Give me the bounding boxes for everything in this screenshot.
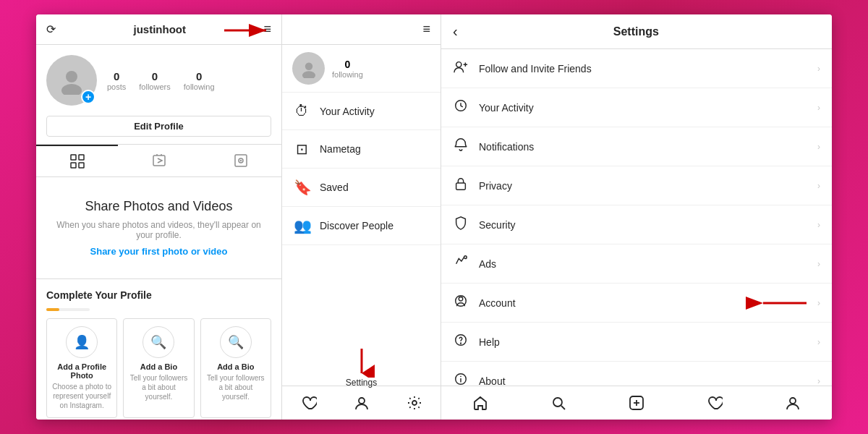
svg-point-25 bbox=[412, 401, 417, 405]
chevron-icon-2: › bbox=[817, 103, 820, 113]
complete-cards: 👤 Add a Profile Photo Choose a photo to … bbox=[46, 318, 271, 418]
menu-items-list: ⏱ Your Activity ⊡ Nametag 🔖 Saved 👥 Disc… bbox=[282, 93, 441, 386]
profile-username: justinhoot bbox=[56, 23, 263, 35]
profile-tabs bbox=[36, 144, 281, 177]
menu-hamburger-icon[interactable]: ≡ bbox=[422, 22, 430, 37]
settings-nav-heart[interactable] bbox=[676, 392, 754, 414]
add-bio-card-1[interactable]: 🔍 Add a Bio Tell your followers a bit ab… bbox=[123, 318, 194, 418]
svg-point-46 bbox=[790, 398, 796, 404]
help-icon bbox=[453, 333, 469, 351]
followers-stat: 0 followers bbox=[139, 70, 170, 91]
history-icon[interactable]: ⟳ bbox=[46, 22, 56, 36]
profile-photo-icon: 👤 bbox=[66, 326, 98, 358]
menu-avatar-icon bbox=[299, 59, 318, 78]
tab-igtv[interactable] bbox=[118, 145, 200, 176]
svg-rect-7 bbox=[79, 163, 84, 168]
chevron-icon-4: › bbox=[817, 181, 820, 191]
share-first-photo-link[interactable]: Share your first photo or video bbox=[90, 246, 228, 257]
svg-point-37 bbox=[461, 343, 461, 344]
add-profile-photo-card[interactable]: 👤 Add a Profile Photo Choose a photo to … bbox=[46, 318, 117, 418]
menu-following-stat: 0 following bbox=[332, 59, 363, 79]
activity-icon: ⏱ bbox=[294, 103, 310, 119]
settings-nav-label: Settings bbox=[346, 378, 377, 388]
igtv-icon bbox=[151, 153, 167, 169]
settings-notifications[interactable]: Notifications › bbox=[441, 127, 832, 166]
tab-tagged[interactable] bbox=[200, 145, 281, 176]
settings-nav-home[interactable] bbox=[441, 392, 519, 414]
ads-icon bbox=[453, 255, 469, 273]
empty-title: Share Photos and Videos bbox=[85, 199, 233, 214]
settings-security[interactable]: Security › bbox=[441, 205, 832, 244]
svg-point-21 bbox=[302, 71, 315, 78]
menu-nav-heart[interactable] bbox=[282, 392, 335, 414]
svg-point-24 bbox=[359, 398, 365, 404]
profile-header: ⟳ justinhoot ≡ bbox=[36, 14, 281, 45]
menu-item-your-activity[interactable]: ⏱ Your Activity bbox=[282, 93, 441, 130]
following-stat: 0 following bbox=[184, 70, 215, 91]
settings-nav-add[interactable] bbox=[597, 392, 676, 414]
settings-follow-invite[interactable]: Follow and Invite Friends › bbox=[441, 49, 832, 88]
hamburger-menu-icon[interactable]: ≡ bbox=[263, 22, 271, 37]
settings-your-activity[interactable]: Your Activity › bbox=[441, 88, 832, 127]
chevron-icon-8: › bbox=[817, 337, 820, 347]
tab-grid[interactable] bbox=[36, 145, 118, 176]
settings-bottom-nav bbox=[441, 386, 832, 420]
grid-icon bbox=[69, 153, 85, 169]
settings-back-button[interactable]: ‹ bbox=[453, 23, 458, 40]
menu-item-nametag[interactable]: ⊡ Nametag bbox=[282, 130, 441, 169]
settings-ads[interactable]: Ads › bbox=[441, 244, 832, 284]
chevron-icon: › bbox=[817, 64, 820, 74]
empty-state: Share Photos and Videos When you share p… bbox=[36, 177, 281, 278]
posts-stat: 0 posts bbox=[107, 70, 126, 91]
your-activity-icon bbox=[453, 98, 469, 116]
bio-icon-2: 🔍 bbox=[220, 326, 252, 358]
chevron-icon-6: › bbox=[817, 259, 820, 269]
profile-stats: 0 posts 0 followers 0 following bbox=[107, 70, 215, 91]
svg-line-42 bbox=[561, 406, 565, 409]
menu-item-saved[interactable]: 🔖 Saved bbox=[282, 169, 441, 207]
about-icon bbox=[453, 372, 469, 386]
menu-panel: ≡ 0 following ⏱ Yo bbox=[282, 14, 441, 420]
menu-item-discover-people[interactable]: 👥 Discover People bbox=[282, 207, 441, 245]
complete-progress-bar bbox=[46, 308, 90, 311]
svg-point-41 bbox=[553, 398, 562, 407]
nametag-icon: ⊡ bbox=[294, 140, 310, 158]
settings-about[interactable]: About › bbox=[441, 362, 832, 386]
profile-panel: ⟳ justinhoot ≡ + 0 posts bbox=[36, 14, 282, 420]
chevron-icon-5: › bbox=[817, 220, 820, 230]
svg-point-33 bbox=[459, 297, 462, 301]
svg-point-31 bbox=[464, 256, 467, 259]
menu-nav-settings[interactable] bbox=[388, 392, 441, 414]
security-icon bbox=[453, 216, 469, 234]
tagged-icon bbox=[233, 153, 249, 169]
svg-rect-6 bbox=[71, 163, 76, 168]
svg-rect-30 bbox=[456, 183, 466, 190]
settings-nav-profile[interactable] bbox=[754, 392, 832, 414]
svg-point-26 bbox=[456, 62, 461, 67]
settings-privacy[interactable]: Privacy › bbox=[441, 166, 832, 205]
svg-point-13 bbox=[240, 161, 241, 161]
svg-point-2 bbox=[66, 71, 77, 82]
privacy-icon bbox=[453, 176, 469, 195]
edit-profile-button[interactable]: Edit Profile bbox=[46, 116, 271, 137]
settings-list: Follow and Invite Friends › Your Activit… bbox=[441, 49, 832, 386]
menu-avatar bbox=[292, 52, 325, 85]
add-bio-card-2[interactable]: 🔍 Add a Bio Tell your followers a bit ab… bbox=[200, 318, 271, 418]
menu-bottom-nav: Settings bbox=[282, 386, 441, 420]
menu-header: ≡ bbox=[282, 14, 441, 45]
bio-icon-1: 🔍 bbox=[142, 326, 174, 358]
settings-title: Settings bbox=[467, 25, 806, 38]
discover-icon: 👥 bbox=[294, 217, 310, 234]
settings-panel: ‹ Settings Follow and Invite Friends › Y… bbox=[441, 14, 832, 420]
add-avatar-button[interactable]: + bbox=[81, 90, 95, 104]
complete-profile-section: Complete Your Profile 👤 Add a Profile Ph… bbox=[36, 278, 281, 420]
settings-help[interactable]: Help › bbox=[441, 323, 832, 362]
svg-rect-5 bbox=[79, 155, 84, 160]
settings-nav-search[interactable] bbox=[519, 392, 597, 414]
follow-invite-icon bbox=[453, 59, 469, 77]
account-icon bbox=[453, 294, 469, 312]
chevron-icon-3: › bbox=[817, 142, 820, 152]
menu-nav-profile[interactable] bbox=[335, 392, 388, 414]
avatar-container: + bbox=[46, 55, 97, 106]
settings-account[interactable]: Account › bbox=[441, 284, 832, 323]
